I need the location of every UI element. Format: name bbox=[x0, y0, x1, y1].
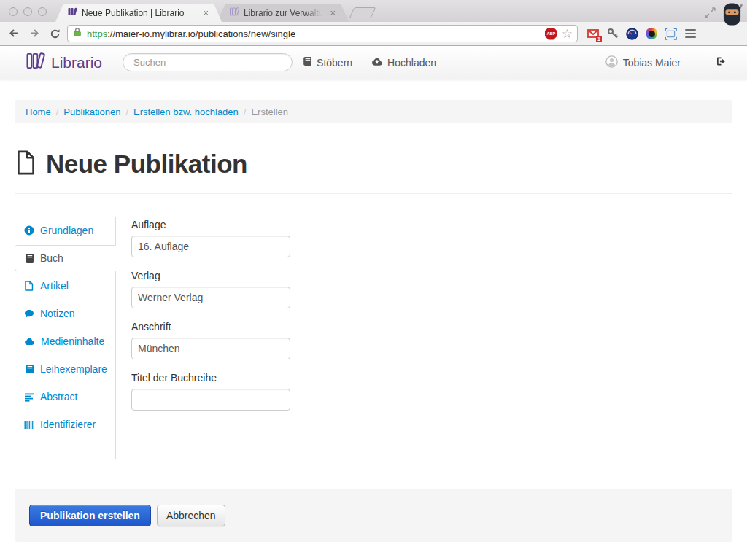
breadcrumb-link-home[interactable]: Home bbox=[26, 106, 51, 117]
nav-item-upload[interactable]: Hochladen bbox=[362, 46, 446, 79]
speedometer-extension-icon[interactable] bbox=[626, 28, 638, 40]
tab-notizen[interactable]: Notizen bbox=[15, 300, 116, 327]
breadcrumb-link-publications[interactable]: Publikationen bbox=[63, 106, 120, 117]
chrome-menu-icon[interactable] bbox=[684, 28, 697, 40]
breadcrumb-separator: / bbox=[244, 106, 247, 117]
user-menu[interactable]: Tobias Maier bbox=[592, 46, 694, 79]
section-tabs: Grundlagen Buch Artikel bbox=[15, 217, 116, 459]
nav-item-label: Hochladen bbox=[387, 57, 436, 69]
browser-toolbar: https://maier-io.mylibrar.io/publication… bbox=[0, 22, 747, 46]
fullscreen-expand-icon[interactable] bbox=[705, 7, 716, 21]
reload-button[interactable] bbox=[47, 26, 63, 42]
logout-button[interactable] bbox=[694, 46, 747, 79]
tab-label: Abstract bbox=[40, 391, 77, 402]
color-lens-extension-icon[interactable] bbox=[646, 28, 657, 39]
buchreihe-input[interactable] bbox=[131, 389, 290, 411]
brand-name: Librario bbox=[51, 54, 102, 71]
bookmark-star-icon[interactable]: ☆ bbox=[562, 28, 573, 40]
window-controls bbox=[0, 7, 55, 22]
nav-item-label: Stöbern bbox=[317, 57, 352, 69]
tab-buch[interactable]: Buch bbox=[15, 245, 116, 271]
browser-tab-inactive[interactable]: Librario zur Verwaltung vo × bbox=[217, 4, 349, 22]
tab-label: Artikel bbox=[40, 280, 69, 292]
document-icon bbox=[16, 150, 36, 178]
tab-close-icon[interactable]: × bbox=[328, 7, 337, 18]
librario-logo-icon bbox=[26, 52, 45, 73]
book-icon bbox=[302, 56, 312, 69]
window-minimize-button[interactable] bbox=[23, 7, 32, 16]
page-body: Home / Publikationen / Erstellen bzw. ho… bbox=[0, 100, 747, 542]
align-left-icon bbox=[24, 392, 34, 402]
tab-title: Neue Publikation | Librario bbox=[82, 8, 197, 18]
breadcrumb-link-create-or-upload[interactable]: Erstellen bzw. hochladen bbox=[133, 106, 239, 117]
book-form: Auflage Verlag Anschrift Titel der Buchr… bbox=[116, 217, 290, 459]
info-circle-icon bbox=[24, 225, 34, 236]
app-navbar: Librario Stöbern Hochladen Tobias Maier bbox=[0, 46, 747, 79]
nav-item-browse[interactable]: Stöbern bbox=[293, 46, 362, 79]
create-publication-button[interactable]: Publikation erstellen bbox=[29, 505, 151, 526]
tab-identifizierer[interactable]: Identifizierer bbox=[15, 411, 116, 438]
gmail-badge: 1 bbox=[596, 36, 602, 42]
new-tab-button[interactable] bbox=[349, 7, 376, 18]
browser-window: Neue Publikation | Librario × Librario z… bbox=[0, 0, 747, 560]
address-bar[interactable]: https://maier-io.mylibrar.io/publication… bbox=[67, 25, 578, 42]
tab-label: Grundlagen bbox=[40, 225, 93, 236]
search-input[interactable] bbox=[123, 53, 293, 71]
tab-label: Identifizierer bbox=[40, 419, 96, 430]
page-title: Neue Publikation bbox=[46, 149, 247, 179]
url-text[interactable]: https://maier-io.mylibrar.io/publication… bbox=[87, 28, 541, 39]
tab-close-icon[interactable]: × bbox=[201, 7, 210, 18]
window-close-button[interactable] bbox=[9, 7, 18, 16]
breadcrumb-separator: / bbox=[56, 106, 59, 117]
user-name: Tobias Maier bbox=[623, 57, 681, 69]
anschrift-input[interactable] bbox=[131, 338, 290, 359]
form-actions-bar: Publikation erstellen Abbrechen bbox=[15, 489, 732, 542]
auflage-input[interactable] bbox=[131, 236, 290, 257]
barcode-icon bbox=[24, 420, 34, 429]
adblock-plus-icon[interactable]: ABP bbox=[545, 28, 557, 40]
field-label-verlag: Verlag bbox=[131, 270, 290, 281]
profile-avatar-ninja[interactable] bbox=[721, 1, 743, 31]
tab-artikel[interactable]: Artikel bbox=[15, 273, 116, 299]
tab-medieninhalte[interactable]: Medieninhalte bbox=[15, 328, 116, 354]
librario-favicon-outline bbox=[229, 7, 239, 19]
password-key-extension-icon[interactable] bbox=[606, 28, 619, 40]
cloud-icon bbox=[24, 338, 35, 346]
breadcrumb-separator: / bbox=[125, 106, 128, 117]
librario-favicon bbox=[67, 7, 77, 19]
page-title-block: Neue Publikation bbox=[15, 149, 732, 179]
book-icon bbox=[24, 253, 34, 263]
back-button[interactable] bbox=[6, 26, 22, 42]
sign-out-icon bbox=[716, 56, 727, 69]
browser-tab-active[interactable]: Neue Publikation | Librario × bbox=[55, 4, 222, 22]
forward-button[interactable] bbox=[26, 26, 42, 42]
title-divider bbox=[15, 193, 732, 194]
https-lock-icon[interactable] bbox=[72, 27, 82, 40]
field-label-buchreihe: Titel der Buchreihe bbox=[131, 372, 290, 384]
tab-label: Notizen bbox=[40, 308, 74, 319]
breadcrumb: Home / Publikationen / Erstellen bzw. ho… bbox=[15, 100, 732, 123]
breadcrumb-current: Erstellen bbox=[251, 106, 288, 117]
librario-brand-link[interactable]: Librario bbox=[26, 52, 102, 73]
tab-grundlagen[interactable]: Grundlagen bbox=[15, 217, 116, 244]
tab-leihexemplare[interactable]: Leihexemplare bbox=[15, 356, 116, 382]
comment-icon bbox=[24, 309, 34, 319]
field-label-auflage: Auflage bbox=[131, 219, 290, 230]
verlag-input[interactable] bbox=[131, 287, 290, 308]
tab-label: Leihexemplare bbox=[40, 363, 107, 375]
tab-title: Librario zur Verwaltung vo bbox=[244, 8, 324, 18]
field-label-anschrift: Anschrift bbox=[131, 321, 290, 332]
extension-icons: 1 bbox=[587, 28, 697, 40]
tab-abstract[interactable]: Abstract bbox=[15, 384, 116, 410]
gmail-extension-icon[interactable]: 1 bbox=[587, 28, 599, 40]
user-avatar-icon bbox=[605, 55, 618, 70]
cancel-button[interactable]: Abbrechen bbox=[157, 505, 225, 526]
browser-tab-strip: Neue Publikation | Librario × Librario z… bbox=[0, 0, 747, 22]
book-icon bbox=[24, 364, 34, 374]
cloud-upload-icon bbox=[371, 57, 383, 69]
screenshot-extension-icon[interactable] bbox=[665, 28, 677, 40]
window-zoom-button[interactable] bbox=[38, 7, 47, 16]
tab-label: Buch bbox=[40, 252, 63, 264]
tab-label: Medieninhalte bbox=[41, 335, 104, 347]
file-icon bbox=[24, 281, 34, 291]
